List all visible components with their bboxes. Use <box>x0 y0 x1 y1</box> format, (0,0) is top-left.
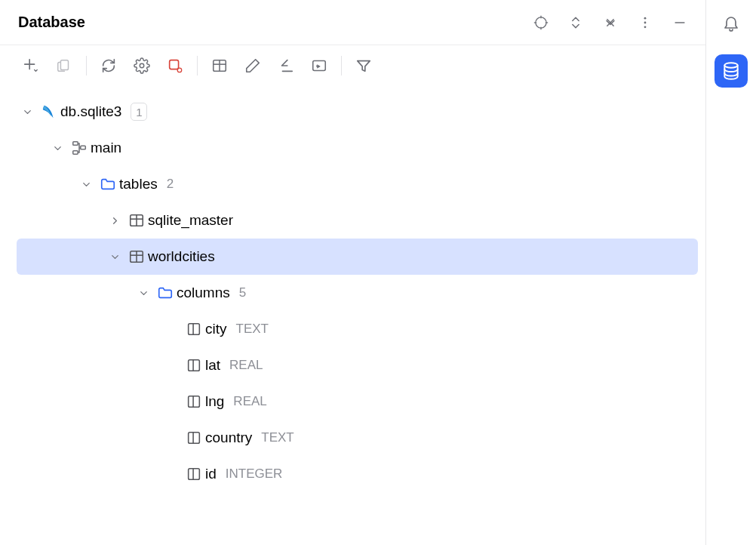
chevron-down-icon[interactable] <box>75 179 97 190</box>
notifications-icon[interactable] <box>721 12 742 33</box>
column-type: REAL <box>233 394 266 409</box>
edit-button[interactable] <box>243 56 263 75</box>
svg-rect-36 <box>189 360 200 371</box>
table-name: sqlite_master <box>148 212 233 229</box>
column-icon <box>183 321 205 337</box>
svg-point-17 <box>177 68 182 72</box>
tree-node-column[interactable]: city TEXT <box>0 311 705 347</box>
svg-rect-27 <box>81 146 85 149</box>
column-name: id <box>205 466 217 482</box>
settings-button[interactable] <box>132 56 152 75</box>
console-button[interactable] <box>309 56 329 75</box>
column-icon <box>183 357 205 374</box>
columns-group-label: columns <box>177 285 230 301</box>
crosshair-icon[interactable] <box>532 14 550 32</box>
folder-icon <box>154 285 177 301</box>
table-icon <box>125 212 148 229</box>
sqlite-icon <box>38 103 60 120</box>
tree-node-columns-group[interactable]: columns 5 <box>0 275 705 311</box>
tree-node-database[interactable]: db.sqlite3 1 <box>0 94 705 130</box>
tables-group-label: tables <box>119 176 158 192</box>
svg-marker-23 <box>317 64 321 69</box>
chevron-down-icon[interactable] <box>17 106 38 118</box>
jump-to-button[interactable] <box>276 56 296 75</box>
svg-point-0 <box>536 17 546 27</box>
svg-rect-16 <box>170 60 179 69</box>
tree-node-table[interactable]: sqlite_master <box>0 202 705 239</box>
minimize-icon[interactable] <box>671 14 689 32</box>
svg-point-10 <box>644 26 647 28</box>
tree-node-column[interactable]: country TEXT <box>0 420 705 456</box>
chevron-down-icon[interactable] <box>47 143 68 154</box>
add-button[interactable] <box>21 56 41 75</box>
folder-icon <box>97 176 119 192</box>
table-view-button[interactable] <box>210 56 229 75</box>
chevron-down-icon[interactable] <box>133 288 154 299</box>
chevron-right-icon[interactable] <box>104 215 125 226</box>
database-name: db.sqlite3 <box>60 103 121 120</box>
table-icon <box>125 248 148 265</box>
svg-rect-42 <box>189 469 200 480</box>
panel-title: Database <box>18 14 532 31</box>
column-icon <box>183 430 205 446</box>
schema-name: main <box>91 140 121 156</box>
column-icon <box>183 393 205 410</box>
tree-node-tables-group[interactable]: tables 2 <box>0 166 705 202</box>
chevron-down-icon[interactable] <box>104 251 125 263</box>
svg-point-15 <box>140 63 144 68</box>
columns-group-count: 5 <box>239 285 246 300</box>
tree-node-table[interactable]: worldcities <box>17 239 698 275</box>
column-icon <box>183 466 205 482</box>
column-name: lat <box>205 357 220 374</box>
column-type: REAL <box>229 358 263 373</box>
svg-point-44 <box>724 63 737 68</box>
column-type: TEXT <box>236 322 269 337</box>
more-icon[interactable] <box>636 14 654 32</box>
table-name: worldcities <box>148 248 215 265</box>
svg-rect-34 <box>189 324 200 335</box>
svg-point-9 <box>644 21 647 23</box>
refresh-button[interactable] <box>99 56 118 75</box>
schema-icon <box>68 140 91 156</box>
toolbar <box>0 45 705 86</box>
stop-button[interactable] <box>165 56 185 75</box>
tree-node-schema[interactable]: main <box>0 130 705 166</box>
close-icon[interactable] <box>601 14 619 32</box>
column-type: INTEGER <box>226 466 283 482</box>
panel-titlebar: Database <box>0 0 705 45</box>
right-gutter <box>706 0 756 545</box>
svg-rect-38 <box>189 396 200 408</box>
column-name: country <box>205 430 252 446</box>
svg-rect-25 <box>73 142 78 146</box>
tables-group-count: 2 <box>167 177 174 192</box>
column-type: TEXT <box>261 430 293 445</box>
svg-rect-40 <box>189 433 200 444</box>
database-tool-tile[interactable] <box>715 54 748 88</box>
copy-button[interactable] <box>54 56 74 75</box>
column-name: lng <box>205 393 224 410</box>
database-tree: db.sqlite3 1 main <box>0 86 705 492</box>
filter-button[interactable] <box>354 56 373 75</box>
expand-collapse-icon[interactable] <box>567 14 585 32</box>
tree-node-column[interactable]: lat REAL <box>0 347 705 383</box>
svg-point-8 <box>644 17 647 19</box>
tree-node-column[interactable]: lng REAL <box>0 383 705 420</box>
column-name: city <box>205 321 227 337</box>
svg-rect-14 <box>60 60 68 70</box>
svg-rect-26 <box>73 151 78 155</box>
tree-node-column[interactable]: id INTEGER <box>0 456 705 492</box>
database-badge: 1 <box>131 103 147 121</box>
svg-marker-24 <box>358 61 370 72</box>
